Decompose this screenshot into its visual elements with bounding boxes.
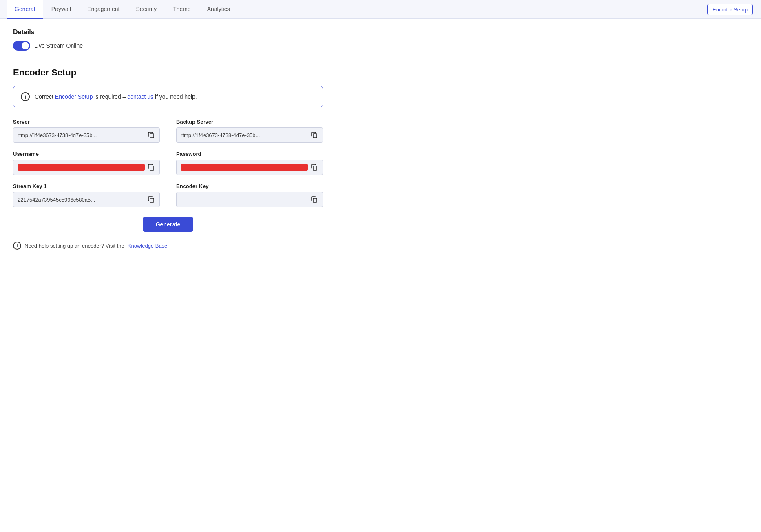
stream-key-copy-icon[interactable] bbox=[147, 195, 155, 204]
encoder-key-field-group: Encoder Key bbox=[176, 183, 323, 207]
contact-us-link[interactable]: contact us bbox=[127, 93, 153, 100]
encoder-key-input-row bbox=[176, 192, 323, 207]
live-stream-label: Live Stream Online bbox=[34, 42, 83, 49]
encoder-setup-top-button[interactable]: Encoder Setup bbox=[707, 4, 753, 15]
generate-row: Generate bbox=[13, 217, 323, 232]
live-stream-toggle-row: Live Stream Online bbox=[13, 41, 354, 51]
details-section-title: Details bbox=[13, 29, 354, 36]
encoder-key-copy-icon[interactable] bbox=[310, 195, 319, 204]
backup-server-value: rtmp://1f4e3673-4738-4d7e-35b... bbox=[181, 132, 308, 138]
knowledge-base-link[interactable]: Knowledge Base bbox=[128, 243, 168, 249]
tab-general[interactable]: General bbox=[7, 0, 43, 19]
info-icon: i bbox=[21, 92, 30, 101]
info-text-middle: is required – bbox=[93, 93, 127, 100]
username-label: Username bbox=[13, 151, 160, 157]
username-copy-icon[interactable] bbox=[147, 163, 155, 171]
tab-engagement[interactable]: Engagement bbox=[79, 0, 128, 19]
svg-rect-0 bbox=[150, 134, 154, 138]
encoder-key-label: Encoder Key bbox=[176, 183, 323, 189]
info-text-prefix: Correct bbox=[35, 93, 55, 100]
stream-key-field-group: Stream Key 1 2217542a739545c5996c580a5..… bbox=[13, 183, 160, 207]
password-copy-icon[interactable] bbox=[310, 163, 319, 171]
password-input-row bbox=[176, 160, 323, 175]
password-value bbox=[181, 164, 308, 171]
password-field-group: Password bbox=[176, 151, 323, 175]
stream-key-label: Stream Key 1 bbox=[13, 183, 160, 189]
stream-key-value: 2217542a739545c5996c580a5... bbox=[18, 197, 145, 203]
tab-bar: General Paywall Engagement Security Them… bbox=[0, 0, 761, 19]
svg-rect-4 bbox=[150, 198, 154, 202]
backup-server-copy-icon[interactable] bbox=[310, 131, 319, 139]
fields-grid: Server rtmp://1f4e3673-4738-4d7e-35b... … bbox=[13, 119, 323, 207]
tab-security[interactable]: Security bbox=[128, 0, 165, 19]
tab-analytics[interactable]: Analytics bbox=[199, 0, 238, 19]
server-value: rtmp://1f4e3673-4738-4d7e-35b... bbox=[18, 132, 145, 138]
info-box: i Correct Encoder Setup is required – co… bbox=[13, 86, 323, 107]
tab-theme[interactable]: Theme bbox=[165, 0, 199, 19]
footer-info-icon: i bbox=[13, 242, 21, 250]
encoder-setup-link[interactable]: Encoder Setup bbox=[55, 93, 93, 100]
backup-server-field-group: Backup Server rtmp://1f4e3673-4738-4d7e-… bbox=[176, 119, 323, 143]
encoder-setup-section-title: Encoder Setup bbox=[13, 67, 354, 78]
svg-rect-5 bbox=[313, 198, 317, 202]
generate-button[interactable]: Generate bbox=[143, 217, 194, 232]
username-input-row bbox=[13, 160, 160, 175]
server-label: Server bbox=[13, 119, 160, 125]
backup-server-label: Backup Server bbox=[176, 119, 323, 125]
live-stream-toggle[interactable] bbox=[13, 41, 30, 51]
svg-rect-2 bbox=[150, 166, 154, 170]
backup-server-input-row: rtmp://1f4e3673-4738-4d7e-35b... bbox=[176, 127, 323, 143]
server-input-row: rtmp://1f4e3673-4738-4d7e-35b... bbox=[13, 127, 160, 143]
svg-rect-1 bbox=[313, 134, 317, 138]
footer-help: i Need help setting up an encoder? Visit… bbox=[13, 242, 354, 250]
main-content: Details Live Stream Online Encoder Setup… bbox=[0, 19, 367, 259]
username-value bbox=[18, 164, 145, 171]
svg-rect-3 bbox=[313, 166, 317, 170]
info-text-suffix: if you need help. bbox=[153, 93, 197, 100]
username-field-group: Username bbox=[13, 151, 160, 175]
stream-key-input-row: 2217542a739545c5996c580a5... bbox=[13, 192, 160, 207]
tab-paywall[interactable]: Paywall bbox=[43, 0, 79, 19]
info-text: Correct Encoder Setup is required – cont… bbox=[35, 93, 197, 100]
footer-text: Need help setting up an encoder? Visit t… bbox=[24, 243, 124, 249]
section-divider bbox=[13, 59, 354, 59]
password-label: Password bbox=[176, 151, 323, 157]
server-copy-icon[interactable] bbox=[147, 131, 155, 139]
server-field-group: Server rtmp://1f4e3673-4738-4d7e-35b... bbox=[13, 119, 160, 143]
